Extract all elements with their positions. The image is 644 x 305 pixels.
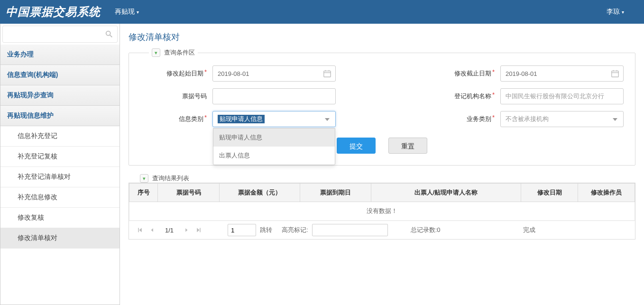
sidebar-group-async-query[interactable]: 再贴现异步查询 xyxy=(0,85,120,106)
start-date-value: 2019-08-01 xyxy=(218,70,249,77)
biz-type-value: 不含被承接机构 xyxy=(506,115,549,123)
result-table: 序号 票据号码 票据金额（元） 票据到期日 出票人/贴现申请人名称 修改日期 修… xyxy=(129,183,635,221)
svg-line-1 xyxy=(110,35,112,37)
calendar-icon xyxy=(611,69,619,78)
info-type-value: 贴现申请人信息 xyxy=(218,115,265,123)
label-end-date: 修改截止日期* xyxy=(438,69,495,78)
pager-jump-button[interactable]: 跳转 xyxy=(260,226,272,234)
label-bill-no: 票据号码 xyxy=(140,92,207,101)
svg-rect-6 xyxy=(612,71,618,77)
input-org-name[interactable]: 中国民生银行股份有限公司北京分行 xyxy=(500,88,624,104)
col-mod-date: 修改日期 xyxy=(521,184,578,202)
col-seq: 序号 xyxy=(129,184,158,202)
pager-prev-icon[interactable] xyxy=(147,225,157,235)
collapse-icon: ▾ xyxy=(140,174,148,183)
nav-rediscount[interactable]: 再贴现 xyxy=(115,8,139,16)
org-name-value: 中国民生银行股份有限公司北京分行 xyxy=(506,92,604,101)
sidebar-group-info-maintain[interactable]: 再贴现信息维护 xyxy=(0,106,120,126)
query-panel: ▾ 查询条件区 修改起始日期* 2019-08-01 修改截止日期* 2019-… xyxy=(129,48,635,166)
result-table-wrap: 序号 票据号码 票据金额（元） 票据到期日 出票人/贴现申请人名称 修改日期 修… xyxy=(129,183,635,240)
search-icon xyxy=(105,30,113,38)
page-title: 修改清单核对 xyxy=(129,28,635,48)
sidebar-item-supplement-info-edit[interactable]: 补充信息修改 xyxy=(0,187,120,208)
info-type-option-1[interactable]: 出票人信息 xyxy=(213,147,335,165)
sidebar-item-supplement-register[interactable]: 信息补充登记 xyxy=(0,126,120,147)
info-type-dropdown: 贴现申请人信息 出票人信息 xyxy=(213,128,335,165)
pager-status: 完成 xyxy=(523,226,535,234)
sidebar-group-info-query[interactable]: 信息查询(机构端) xyxy=(0,65,120,85)
collapse-icon: ▾ xyxy=(152,48,160,57)
pager-page-input[interactable] xyxy=(228,224,256,236)
sidebar-item-edit-review[interactable]: 修改复核 xyxy=(0,208,120,228)
query-panel-title: 查询条件区 xyxy=(164,48,195,57)
sidebar-group-business[interactable]: 业务办理 xyxy=(0,45,120,65)
label-org-name: 登记机构名称* xyxy=(438,92,495,101)
calendar-icon xyxy=(323,69,331,78)
pager-total: 总记录数:0 xyxy=(411,226,441,234)
label-start-date: 修改起始日期* xyxy=(140,69,207,78)
input-start-date[interactable]: 2019-08-01 xyxy=(212,65,336,82)
sidebar: 业务办理 信息查询(机构端) 再贴现异步查询 再贴现信息维护 信息补充登记 补充… xyxy=(0,24,120,305)
col-drawer: 出票人/贴现申请人名称 xyxy=(371,184,521,202)
app-header: 中国票据交易系统 再贴现 李琼 xyxy=(0,0,644,24)
label-info-type: 信息类别* xyxy=(140,115,207,123)
svg-rect-2 xyxy=(324,71,331,77)
col-operator: 修改操作员 xyxy=(578,184,635,202)
no-data-row: 没有数据！ xyxy=(129,202,635,221)
pager-next-icon[interactable] xyxy=(181,225,192,235)
pager-first-icon[interactable] xyxy=(135,225,145,235)
query-panel-legend[interactable]: ▾ 查询条件区 xyxy=(149,48,198,57)
result-panel: ▾ 查询结果列表 序号 票据号码 票据金额（元） 票据到期日 出票人/贴现申请人… xyxy=(129,174,635,240)
submit-button[interactable]: 提交 xyxy=(337,138,376,154)
col-bill-no: 票据号码 xyxy=(158,184,220,202)
label-biz-type: 业务类别* xyxy=(438,115,495,123)
user-menu[interactable]: 李琼 xyxy=(607,8,624,16)
result-panel-title: 查询结果列表 xyxy=(152,174,189,183)
input-bill-no[interactable] xyxy=(212,88,336,104)
select-info-type[interactable]: 贴现申请人信息 贴现申请人信息 出票人信息 xyxy=(212,111,336,127)
result-panel-legend[interactable]: ▾ 查询结果列表 xyxy=(137,174,192,183)
highlight-input[interactable] xyxy=(312,224,388,236)
select-biz-type[interactable]: 不含被承接机构 xyxy=(500,111,624,127)
pager-last-icon[interactable] xyxy=(193,225,204,235)
col-amount: 票据金额（元） xyxy=(220,184,300,202)
col-due-date: 票据到期日 xyxy=(300,184,371,202)
sidebar-item-supplement-list-check[interactable]: 补充登记清单核对 xyxy=(0,167,120,187)
highlight-label: 高亮标记: xyxy=(282,226,308,234)
system-title: 中国票据交易系统 xyxy=(6,4,101,19)
input-end-date[interactable]: 2019-08-01 xyxy=(500,65,624,82)
end-date-value: 2019-08-01 xyxy=(506,70,537,77)
reset-button[interactable]: 重置 xyxy=(388,138,427,154)
sidebar-item-edit-list-check[interactable]: 修改清单核对 xyxy=(0,228,120,249)
sidebar-search[interactable] xyxy=(2,26,118,43)
info-type-option-0[interactable]: 贴现申请人信息 xyxy=(213,129,335,147)
svg-point-0 xyxy=(106,31,110,36)
pager: 1/1 跳转 高亮标记: 总记录数:0 完成 xyxy=(129,221,635,239)
main-content: 修改清单核对 ▾ 查询条件区 修改起始日期* 2019-08-01 修改截止日期… xyxy=(120,24,644,305)
pager-page-display: 1/1 xyxy=(165,227,174,234)
sidebar-item-supplement-review[interactable]: 补充登记复核 xyxy=(0,147,120,167)
